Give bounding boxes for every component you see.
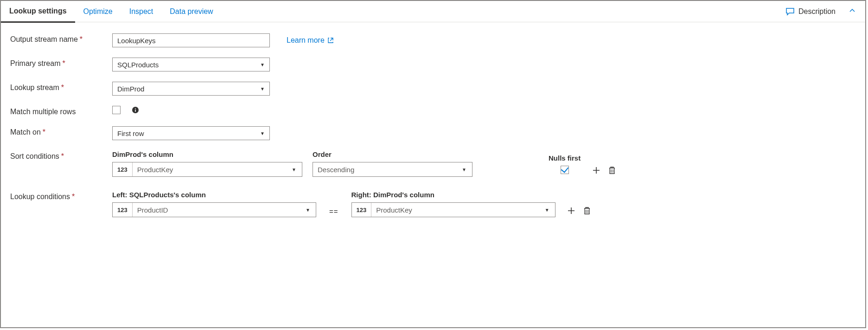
delete-lookup-row-button[interactable]	[581, 205, 593, 216]
external-link-icon	[327, 37, 334, 44]
trash-icon	[583, 207, 591, 215]
label-match-multiple-rows: Match multiple rows	[10, 106, 112, 116]
chevron-down-icon: ▼	[300, 207, 316, 213]
tab-optimize[interactable]: Optimize	[75, 1, 121, 22]
add-sort-row-button[interactable]	[591, 165, 602, 176]
tab-lookup-settings[interactable]: Lookup settings	[1, 0, 75, 23]
match-multiple-rows-checkbox[interactable]	[112, 106, 121, 114]
chevron-down-icon: ▼	[260, 86, 265, 91]
label-match-on: Match on*	[10, 126, 112, 136]
lookup-stream-dropdown[interactable]: DimProd ▼	[112, 82, 270, 96]
type-badge: 123	[113, 162, 133, 176]
sort-order-header: Order	[313, 150, 472, 158]
trash-icon	[608, 166, 616, 175]
comment-icon	[785, 7, 795, 16]
type-badge: 123	[352, 203, 372, 217]
learn-more-link[interactable]: Learn more	[287, 36, 334, 45]
nulls-first-header: Nulls first	[549, 154, 581, 162]
sort-order-dropdown[interactable]: Descending ▼	[313, 162, 472, 177]
tab-bar: Lookup settings Optimize Inspect Data pr…	[1, 1, 865, 22]
sort-column-header: DimProd's column	[112, 150, 302, 158]
tab-data-preview[interactable]: Data preview	[161, 1, 221, 22]
lookup-operator: ==	[326, 207, 341, 217]
chevron-down-icon: ▼	[456, 167, 472, 172]
plus-icon	[592, 166, 600, 175]
label-lookup-stream: Lookup stream*	[10, 82, 112, 92]
type-badge: 123	[113, 203, 133, 217]
plus-icon	[567, 207, 575, 215]
description-button[interactable]: Description	[785, 7, 861, 16]
svg-rect-2	[135, 108, 136, 109]
label-output-stream-name: Output stream name*	[10, 33, 112, 44]
lookup-settings-panel: Lookup settings Optimize Inspect Data pr…	[0, 0, 866, 328]
info-icon[interactable]	[132, 106, 139, 114]
svg-rect-1	[135, 110, 136, 112]
delete-sort-row-button[interactable]	[606, 165, 618, 176]
tab-inspect[interactable]: Inspect	[121, 1, 162, 22]
match-on-dropdown[interactable]: First row ▼	[112, 126, 270, 140]
nulls-first-checkbox[interactable]	[561, 166, 569, 174]
label-primary-stream: Primary stream*	[10, 58, 112, 68]
lookup-right-header: Right: DimProd's column	[351, 191, 555, 199]
lookup-right-column-dropdown[interactable]: 123 ProductKey ▼	[351, 202, 555, 217]
chevron-down-icon: ▼	[260, 131, 265, 136]
chevron-up-icon[interactable]	[849, 7, 856, 16]
lookup-left-column-dropdown[interactable]: 123 ProductID ▼	[112, 202, 316, 217]
sort-column-dropdown[interactable]: 123 ProductKey ▼	[112, 162, 302, 177]
settings-body: Output stream name* Learn more Primary s…	[1, 22, 865, 237]
primary-stream-dropdown[interactable]: SQLProducts ▼	[112, 58, 270, 71]
output-stream-name-input[interactable]	[112, 33, 270, 47]
chevron-down-icon: ▼	[260, 62, 265, 67]
chevron-down-icon: ▼	[539, 207, 555, 213]
lookup-left-header: Left: SQLProducts's column	[112, 191, 316, 199]
add-lookup-row-button[interactable]	[566, 205, 577, 216]
label-sort-conditions: Sort conditions*	[10, 150, 112, 161]
chevron-down-icon: ▼	[286, 167, 302, 172]
label-lookup-conditions: Lookup conditions*	[10, 191, 112, 201]
description-label: Description	[798, 7, 836, 16]
